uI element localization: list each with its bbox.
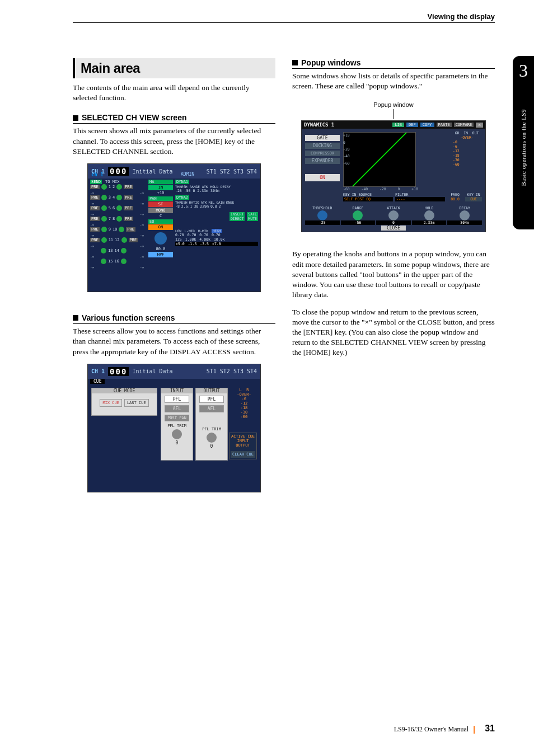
knob-icon[interactable] [121, 237, 127, 243]
knob-icon[interactable] [101, 184, 107, 190]
fig2-tab[interactable]: CUE [90, 379, 105, 384]
fig1-send-num: 6 [113, 206, 115, 210]
fig1-st1: ST1 [207, 168, 217, 175]
fig1-eq-q0: 0.70 [175, 233, 184, 237]
fig1-pan-c: C [148, 214, 173, 218]
knob-icon[interactable] [101, 195, 107, 200]
knob-icon[interactable] [101, 259, 106, 264]
fig3-x1: -40 [362, 187, 368, 191]
fig1-neginf: -∞ [140, 212, 144, 216]
fig3-filter-hpf[interactable]: ---- [395, 197, 445, 201]
fig1-pan-val: 80.0 [148, 247, 173, 251]
fig2-out-afl[interactable]: AFL [199, 405, 224, 412]
knob-icon[interactable] [101, 205, 107, 211]
fig3-out: OUT [472, 131, 479, 135]
knob-icon[interactable] [116, 195, 122, 200]
fig1-eq-on[interactable]: ON [148, 224, 173, 230]
knob-icon[interactable] [121, 248, 127, 253]
fig3-keyin-val[interactable]: SELF POST EQ [343, 197, 393, 201]
fig3-keyincue[interactable]: CUE [465, 197, 482, 201]
fig1-d1-c2: ATK [202, 185, 208, 189]
fig2-in-afl[interactable]: AFL [165, 405, 189, 412]
fig1-d2-v2: 30 [194, 204, 198, 209]
fig1-send-row: PRE12PRE [90, 184, 144, 190]
fig2-active: ACTIVE CUE INPUT OUTPUT CLEAR CUE [229, 433, 257, 459]
knob-icon[interactable] [101, 248, 106, 253]
fig3-p-v4: 304m [447, 220, 482, 225]
fig3-y4: -60 [343, 160, 350, 167]
fig1-pan-mono[interactable]: MONO [148, 208, 173, 213]
fig1-send-row: PRE910PRE [90, 227, 144, 232]
fig2-clear-cue[interactable]: CLEAR CUE [231, 451, 255, 458]
knob-icon[interactable] [119, 227, 124, 232]
fig1-neginf: -∞ [90, 265, 94, 269]
popup-heading-text: Popup windows [301, 58, 361, 67]
fig1-pre: PRE [129, 238, 138, 242]
fig3-tool-paste[interactable]: PASTE [437, 123, 452, 127]
fig1-send-row: PRE56PRE [90, 205, 144, 211]
fig1-send-col: SEND TO MIX PRE12PRE-∞-∞PRE34PRE-∞-∞PRE5… [90, 180, 144, 269]
fig1-mute: MUTE [247, 217, 258, 221]
fig2-out-trim-knob[interactable] [207, 433, 217, 443]
fig3-tool-lib[interactable]: LIB [392, 123, 404, 127]
fig3-ms3: -18 [453, 153, 481, 158]
fig1-ha-val: +10 [148, 191, 173, 195]
knob-icon[interactable] [101, 237, 107, 243]
fig2-out-pfl[interactable]: PFL [199, 396, 224, 403]
fig3-knob-3[interactable] [424, 210, 434, 220]
fig3-tool-copy[interactable]: COPY [420, 123, 434, 127]
fig2-m3: -30 [231, 410, 257, 415]
fig1-dyna1-label: DYNA1 [175, 180, 189, 184]
fig1-pre: PRE [90, 195, 100, 200]
fig1-ha-in[interactable]: IN [148, 185, 173, 190]
fig2-active-title: ACTIVE CUE [231, 434, 255, 439]
knob-icon[interactable] [116, 205, 122, 211]
fig1-hpf[interactable]: HPF [148, 252, 173, 257]
fig1-neginf: -∞ [140, 244, 144, 248]
fig2-lastcue[interactable]: LAST CUE [124, 399, 149, 407]
fig1-eq-g1: -1.5 [188, 242, 197, 246]
fig3-type-ducking[interactable]: DUCKING [305, 143, 340, 149]
fig3-type-exp[interactable]: EXPANDER [305, 158, 340, 164]
fig1-d2-c5: KNEE [226, 200, 234, 204]
fig3-knob-0[interactable] [317, 210, 327, 220]
fig3-type-gate[interactable]: GATE [305, 135, 340, 141]
knob-icon[interactable] [116, 216, 122, 222]
fig1-send-num: 12 [115, 238, 119, 242]
fig2-in-pfl[interactable]: PFL [165, 396, 189, 403]
fig1-pan-knob[interactable] [154, 232, 167, 245]
fig1-send-num: 8 [113, 217, 115, 221]
fig3-close-x[interactable]: × [476, 123, 483, 128]
fig1-eq-b0: LOW [175, 229, 181, 233]
fig3-type-comp[interactable]: COMPRESSOR [305, 151, 340, 156]
fig1-neginf: -∞ [90, 223, 94, 227]
knob-icon[interactable] [101, 216, 107, 222]
fig3-knob-1[interactable] [353, 210, 363, 220]
knob-icon[interactable] [116, 184, 122, 190]
fig3-keyin-row: KEY IN SOURCE SELF POST EQ FILTER ---- F… [343, 192, 482, 201]
fig1-neginf: -∞ [140, 201, 144, 205]
fig2-in-postpan[interactable]: POST PAN [165, 415, 189, 421]
fig1-eq-f3: 10.0k [214, 237, 225, 242]
fig3-tool-compare[interactable]: COMPARE [454, 123, 474, 127]
fig2-out-trim-label: PFL TRIM [196, 427, 227, 431]
fig1-user: ADMIN [181, 172, 194, 177]
fig3-close-button[interactable]: CLOSE [381, 226, 406, 231]
fig3-knob-4[interactable] [460, 210, 470, 220]
knob-icon[interactable] [101, 227, 107, 232]
fig1-neginf: -∞ [90, 233, 94, 237]
fig1-d1-c1: RANGE [190, 185, 200, 189]
fig3-on[interactable]: ON [305, 174, 340, 181]
fig3-x0: -60 [343, 187, 350, 191]
fig2-mixcue[interactable]: MIX CUE [100, 399, 122, 407]
fig1-send-num: 9 [109, 227, 111, 232]
fig3-knob-2[interactable] [388, 210, 399, 220]
fig1-pan-st[interactable]: ST [148, 201, 173, 207]
fig1-eq-f1: 1.00k [185, 237, 196, 242]
knob-icon[interactable] [121, 259, 127, 264]
fig3-filter-label: FILTER [395, 192, 445, 197]
fig2-active-out: OUTPUT [231, 443, 255, 448]
fig3-tool-def[interactable]: DEF [406, 123, 418, 127]
fig2-in-trim-knob[interactable] [172, 429, 182, 439]
fig1-send-num: 1 [109, 185, 111, 189]
